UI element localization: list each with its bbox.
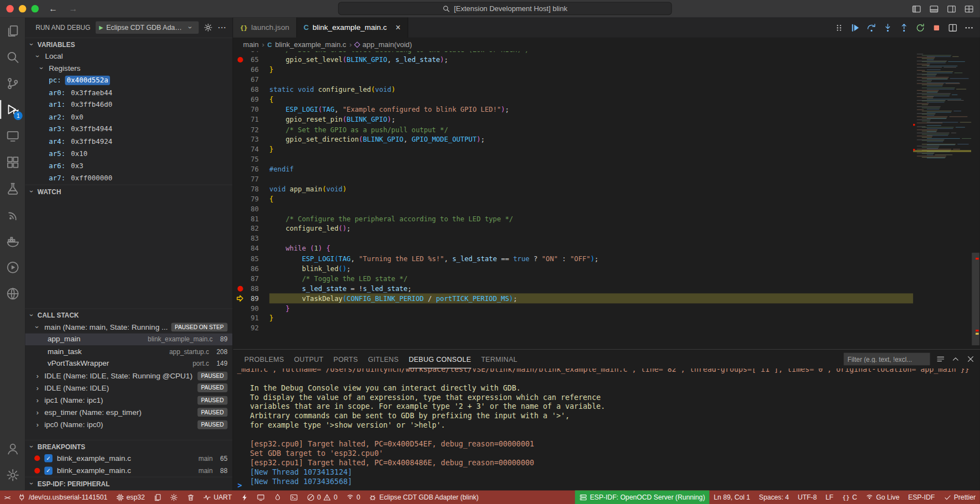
status-language-mode[interactable]: {}C	[838, 490, 862, 504]
editor-scrollbar[interactable]	[971, 51, 980, 349]
activity-item-accounts[interactable]	[0, 435, 25, 461]
status-debug-session[interactable]: Eclipse CDT GDB Adapter (blink)	[365, 490, 483, 504]
code-line-69[interactable]: 69{	[233, 95, 913, 105]
gutter[interactable]: 91	[233, 314, 270, 324]
code-line-87[interactable]: 87 /* Toggle the LED state */	[233, 274, 913, 284]
register-row[interactable]: pc:0x400d552a	[25, 75, 232, 87]
gutter[interactable]: 89	[233, 294, 270, 304]
callstack-frame-main_task[interactable]: main_taskapp_startup.c208	[25, 345, 232, 357]
status-remote-indicator[interactable]: ><	[0, 490, 14, 504]
status-menuconfig[interactable]	[166, 490, 182, 504]
callstack-frame-vPortTaskWrapper[interactable]: vPortTaskWrapperport.c149	[25, 357, 232, 370]
gutter[interactable]: 67	[233, 75, 270, 85]
register-row[interactable]: ar1:0x3ffb46d0	[25, 99, 232, 111]
callstack-thread[interactable]: ›ipc1 (Name: ipc1)PAUSED	[25, 394, 232, 406]
code-line-64[interactable]: 64 /* Set the GPIO level according to th…	[233, 51, 913, 55]
continue-button[interactable]	[847, 20, 862, 35]
gutter[interactable]: 72	[233, 124, 270, 134]
code-line-70[interactable]: 70 ESP_LOGI(TAG, "Example configured to …	[233, 105, 913, 115]
status-monitor-device[interactable]	[253, 490, 269, 504]
restart-button[interactable]	[913, 20, 927, 35]
callstack-frame-app_main[interactable]: app_mainblink_example_main.c89	[25, 333, 232, 345]
split-editor-button[interactable]	[945, 20, 960, 35]
activity-item-run-and-debug[interactable]: 1	[0, 96, 25, 122]
activity-item-esp-idf-explorer[interactable]	[0, 201, 25, 227]
gutter[interactable]: 79	[233, 194, 270, 204]
code-line-83[interactable]: 83	[233, 234, 913, 244]
gutter[interactable]: 66	[233, 65, 270, 75]
views-more-actions-icon[interactable]: ⋯	[217, 23, 226, 33]
register-row[interactable]: ar2:0x0	[25, 111, 232, 123]
stop-button[interactable]	[929, 20, 944, 35]
gutter[interactable]: 81	[233, 214, 270, 224]
status-build-flash-monitor[interactable]	[269, 490, 286, 504]
breakpoint-checkbox[interactable]: ✓	[44, 466, 53, 475]
toggle-primary-sidebar-icon[interactable]	[912, 4, 921, 13]
code-viewport[interactable]: 64 /* Set the GPIO level according to th…	[233, 51, 913, 349]
console-options-icon[interactable]	[936, 355, 945, 363]
register-row[interactable]: ar3:0x3ffb4944	[25, 123, 232, 136]
gutter[interactable]: 80	[233, 204, 270, 214]
gutter[interactable]: 78	[233, 184, 270, 194]
close-panel-icon[interactable]	[966, 355, 975, 363]
code-line-73[interactable]: 73 gpio_set_direction(BLINK_GPIO, GPIO_M…	[233, 134, 913, 144]
status-problems[interactable]: 00	[302, 490, 342, 504]
toggle-secondary-sidebar-icon[interactable]	[947, 4, 956, 13]
status-forwarded-ports[interactable]: 0	[342, 490, 364, 504]
code-line-66[interactable]: 66}	[233, 65, 913, 75]
gutter[interactable]: 77	[233, 174, 270, 184]
tab-blink-example-main-c[interactable]: C blink_example_main.c ×	[297, 18, 408, 38]
gutter[interactable]: 64	[233, 51, 270, 55]
gutter[interactable]: 69	[233, 95, 270, 105]
activity-item-extensions[interactable]	[0, 149, 25, 175]
status-device-target[interactable]: esp32	[112, 490, 149, 504]
gutter[interactable]: 74	[233, 144, 270, 154]
breadcrumb-file[interactable]: blink_example_main.c	[275, 40, 347, 48]
code-line-81[interactable]: 81 /* Configure the peripheral according…	[233, 214, 913, 224]
status-idf-terminal[interactable]	[286, 490, 302, 504]
step-into-button[interactable]	[880, 20, 895, 35]
breadcrumb-symbol[interactable]: app_main(void)	[363, 40, 412, 48]
code-line-91[interactable]: 91}	[233, 314, 913, 324]
code-line-85[interactable]: 85 ESP_LOGI(TAG, "Turning the LED %s!", …	[233, 254, 913, 264]
code-line-79[interactable]: 79{	[233, 194, 913, 204]
status-prettier[interactable]: Prettier	[939, 490, 980, 504]
register-row[interactable]: ar6:0x3	[25, 160, 232, 172]
code-line-72[interactable]: 72 /* Set the GPIO as a push/pull output…	[233, 124, 913, 134]
breakpoint-checkbox[interactable]: ✓	[44, 454, 53, 463]
register-row[interactable]: ar7:0xff000000	[25, 172, 232, 184]
status-cursor-position[interactable]: Ln 89, Col 1	[709, 490, 754, 504]
code-line-92[interactable]: 92	[233, 324, 913, 334]
panel-tab-problems[interactable]: PROBLEMS	[244, 350, 284, 368]
status-encoding[interactable]: UTF-8	[793, 490, 821, 504]
gutter[interactable]: 87	[233, 274, 270, 284]
gutter[interactable]: 83	[233, 234, 270, 244]
gutter[interactable]: 84	[233, 244, 270, 254]
gutter[interactable]: 70	[233, 105, 270, 115]
gutter[interactable]: 75	[233, 154, 270, 164]
activity-item-web[interactable]	[0, 280, 25, 306]
code-line-74[interactable]: 74}	[233, 144, 913, 154]
status-indentation[interactable]: Spaces: 4	[754, 490, 793, 504]
status-flash[interactable]	[236, 490, 253, 504]
minimap[interactable]	[913, 51, 971, 349]
gutter[interactable]: 73	[233, 134, 270, 144]
callstack-thread[interactable]: ›ipc0 (Name: ipc0)PAUSED	[25, 418, 232, 430]
callstack-thread[interactable]: ›esp_timer (Name: esp_timer)PAUSED	[25, 406, 232, 418]
status-sdk-configuration[interactable]	[149, 490, 166, 504]
debug-console[interactable]: _main.c", fullname="/Users/bruinlynch/wo…	[233, 368, 980, 490]
tab-launch-json[interactable]: {} launch.json	[233, 18, 297, 38]
gutter[interactable]: 88	[233, 284, 270, 294]
debug-settings-gear-icon[interactable]	[204, 23, 213, 32]
gutter[interactable]: 92	[233, 324, 270, 334]
code-line-71[interactable]: 71 gpio_reset_pin(BLINK_GPIO);	[233, 115, 913, 124]
gutter[interactable]: 71	[233, 115, 270, 124]
callstack-thread[interactable]: ›IDLE (Name: IDLE, State: Running @CPU1)…	[25, 370, 232, 382]
activity-item-docker[interactable]	[0, 228, 25, 254]
code-line-75[interactable]: 75	[233, 154, 913, 164]
maximize-panel-icon[interactable]	[951, 355, 960, 363]
panel-tab-ports[interactable]: PORTS	[333, 350, 358, 368]
panel-tab-debug-console[interactable]: DEBUG CONSOLE	[408, 350, 471, 368]
navigate-forward-button[interactable]: →	[69, 4, 77, 14]
scrollbar-thumb[interactable]	[972, 253, 979, 345]
